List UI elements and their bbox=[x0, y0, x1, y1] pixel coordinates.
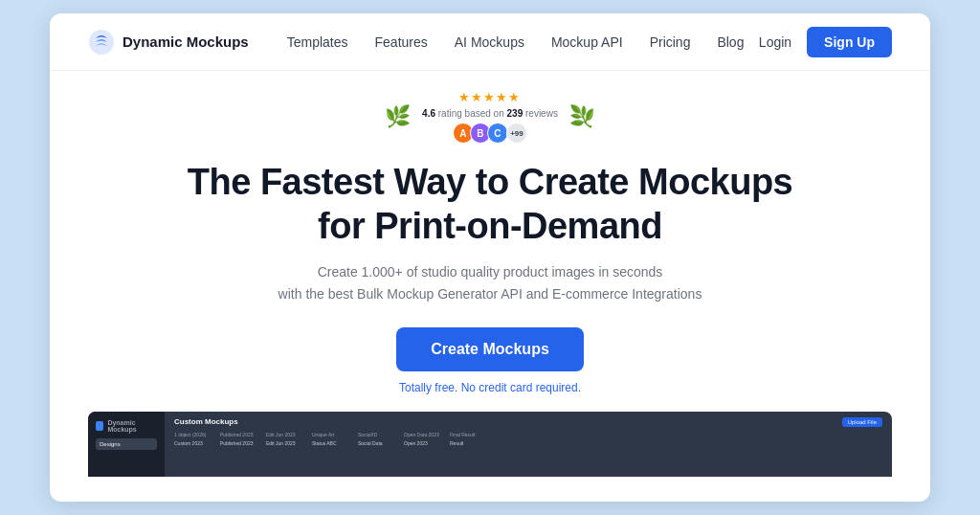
nav-links: Templates Features AI Mockups Mockup API… bbox=[287, 34, 759, 50]
navbar: Dynamic Mockups Templates Features AI Mo… bbox=[50, 13, 930, 71]
preview-th-4: Social/ID bbox=[358, 432, 396, 437]
headline-line2: for Print-on-Demand bbox=[318, 206, 662, 246]
login-button[interactable]: Login bbox=[759, 34, 791, 50]
rating-text: 4.6 rating based on 239 reviews bbox=[422, 108, 558, 119]
preview-td-6: Result bbox=[450, 440, 488, 446]
preview-td-4: Social Data bbox=[358, 440, 396, 446]
cta-button[interactable]: Create Mockups bbox=[396, 327, 584, 371]
signup-button[interactable]: Sign Up bbox=[807, 27, 892, 57]
nav-actions: Login Sign Up bbox=[759, 27, 892, 57]
preview-sidebar: Dynamic Mockups Designs bbox=[88, 412, 165, 477]
hero-headline: The Fastest Way to Create Mockups for Pr… bbox=[188, 161, 792, 248]
preview-sidebar-designs: Designs bbox=[96, 438, 157, 450]
nav-ai-mockups[interactable]: AI Mockups bbox=[455, 34, 524, 50]
svg-point-0 bbox=[89, 30, 114, 55]
subline1: Create 1.000+ of studio quality product … bbox=[318, 264, 663, 280]
preview-th-6: Final Result bbox=[450, 432, 488, 437]
laurel-left-icon: 🌿 bbox=[385, 106, 411, 127]
preview-th-3: Unique Art bbox=[312, 432, 350, 437]
avatar-3: C bbox=[487, 123, 508, 144]
hero-subheadline: Create 1.000+ of studio quality product … bbox=[278, 261, 702, 304]
preview-th-2: Edit Jun 2023 bbox=[266, 432, 304, 437]
rating-badge: 🌿 ★★★★★ 4.6 rating based on 239 reviews … bbox=[385, 90, 595, 144]
headline-line1: The Fastest Way to Create Mockups bbox=[188, 162, 792, 202]
preview-inner: Dynamic Mockups Designs Custom Mockups U… bbox=[88, 412, 892, 477]
preview-table-header: 1 object (2026) Published 2023 Edit Jun … bbox=[174, 432, 882, 437]
preview-main-content: Custom Mockups Upload File 1 object (202… bbox=[165, 412, 892, 477]
preview-td-1: Published 2023 bbox=[220, 440, 258, 446]
rating-score: 4.6 bbox=[422, 108, 435, 119]
preview-th-1: Published 2023 bbox=[220, 432, 258, 437]
brand-logo-icon bbox=[88, 29, 115, 56]
preview-th-0: 1 object (2026) bbox=[174, 432, 212, 437]
preview-title: Custom Mockups bbox=[174, 417, 238, 426]
nav-templates[interactable]: Templates bbox=[287, 34, 348, 50]
laurel-right-icon: 🌿 bbox=[569, 106, 595, 127]
rating-suffix: reviews bbox=[525, 108, 558, 119]
subline2: with the best Bulk Mockup Generator API … bbox=[278, 286, 702, 302]
logo-area[interactable]: Dynamic Mockups bbox=[88, 29, 249, 56]
preview-logo-icon bbox=[96, 421, 103, 431]
preview-logo: Dynamic Mockups bbox=[96, 419, 157, 433]
rating-prefix: rating based on bbox=[438, 108, 504, 119]
preview-title-bar: Custom Mockups Upload File bbox=[174, 417, 882, 427]
nav-mockup-api[interactable]: Mockup API bbox=[551, 34, 623, 50]
app-window: Dynamic Mockups Templates Features AI Mo… bbox=[50, 13, 930, 502]
preview-td-2: Edit Jun 2023 bbox=[266, 440, 304, 446]
app-preview-strip: Dynamic Mockups Designs Custom Mockups U… bbox=[88, 412, 892, 477]
nav-pricing[interactable]: Pricing bbox=[650, 34, 691, 50]
review-count: 239 bbox=[507, 108, 523, 119]
preview-th-5: Open Data 2023 bbox=[404, 432, 442, 437]
avatar-count: +99 bbox=[506, 123, 527, 144]
hero-section: 🌿 ★★★★★ 4.6 rating based on 239 reviews … bbox=[50, 71, 930, 502]
rating-center: ★★★★★ 4.6 rating based on 239 reviews A … bbox=[422, 90, 558, 144]
nav-blog[interactable]: Blog bbox=[717, 34, 744, 50]
star-rating: ★★★★★ bbox=[458, 90, 521, 104]
cta-note: Totally free. No credit card required. bbox=[399, 381, 581, 394]
brand-name: Dynamic Mockups bbox=[122, 34, 249, 50]
nav-features[interactable]: Features bbox=[375, 34, 428, 50]
preview-td-3: Status ABC bbox=[312, 440, 350, 446]
preview-td-0: Custom 2023 bbox=[174, 440, 212, 446]
preview-td-5: Open 2023 bbox=[404, 440, 442, 446]
preview-table-row-0: Custom 2023 Published 2023 Edit Jun 2023… bbox=[174, 440, 882, 446]
preview-logo-text: Dynamic Mockups bbox=[107, 419, 157, 433]
preview-upload-btn: Upload File bbox=[842, 417, 882, 427]
avatars-row: A B C +99 bbox=[453, 123, 527, 144]
